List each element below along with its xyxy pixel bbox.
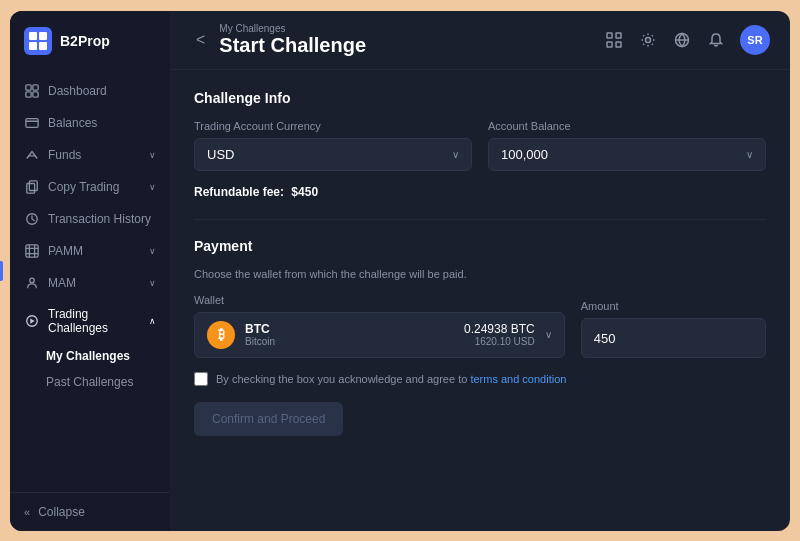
terms-text: By checking the box you acknowledge and … [216,373,566,385]
challenges-sub-nav: My Challenges Past Challenges [10,343,170,395]
logo-icon [24,27,52,55]
settings-icon[interactable] [638,30,658,50]
wallet-label: Wallet [194,294,565,306]
sidebar-item-pamm[interactable]: PAMM ∨ [10,235,170,267]
confirm-button[interactable]: Confirm and Proceed [194,402,343,436]
currency-chevron-icon: ∨ [452,149,459,160]
wallet-details: BTC Bitcoin [245,322,275,347]
svg-rect-17 [607,33,612,38]
terms-link[interactable]: terms and condition [470,373,566,385]
refundable-label: Refundable fee: [194,185,284,199]
topbar: < My Challenges Start Challenge [170,11,790,70]
collapse-label: Collapse [38,505,85,519]
sidebar-item-history-label: Transaction History [48,212,151,226]
svg-rect-19 [607,42,612,47]
sidebar-item-funds-label: Funds [48,148,81,162]
balance-select[interactable]: 100,000 ∨ [488,138,766,171]
avatar[interactable]: SR [740,25,770,55]
sidebar-item-mam[interactable]: MAM ∨ [10,267,170,299]
terms-checkbox[interactable] [194,372,208,386]
wallet-info: ₿ BTC Bitcoin [207,321,275,349]
copy-chevron-icon: ∨ [149,182,156,192]
sidebar-item-funds[interactable]: Funds ∨ [10,139,170,171]
breadcrumb: My Challenges [219,23,366,34]
svg-rect-0 [26,84,31,89]
logo-text: B2Prop [60,33,110,49]
svg-rect-3 [33,91,38,96]
funds-chevron-icon: ∨ [149,150,156,160]
wallet-amounts: 0.24938 BTC 1620.10 USD [464,322,535,347]
sidebar: B2Prop Dashboard Bal [10,11,170,531]
section-divider [194,219,766,220]
topbar-left: < My Challenges Start Challenge [190,23,366,57]
back-button[interactable]: < [190,29,211,51]
terms-row: By checking the box you acknowledge and … [194,372,766,386]
sidebar-item-copy-trading[interactable]: Copy Trading ∨ [10,171,170,203]
sidebar-item-balances-label: Balances [48,116,97,130]
dashboard-icon [24,83,40,99]
wallet-group: Wallet ₿ BTC Bitcoin 0.24938 BTC [194,294,565,358]
currency-label: Trading Account Currency [194,120,472,132]
collapse-button[interactable]: « Collapse [24,505,156,519]
currency-value: USD [207,147,234,162]
svg-rect-18 [616,33,621,38]
globe-icon[interactable] [672,30,692,50]
balance-chevron-icon: ∨ [746,149,753,160]
btc-icon: ₿ [207,321,235,349]
sidebar-item-balances[interactable]: Balances [10,107,170,139]
mam-chevron-icon: ∨ [149,278,156,288]
amount-input[interactable] [594,331,753,346]
svg-rect-20 [616,42,621,47]
funds-icon [24,147,40,163]
pamm-chevron-icon: ∨ [149,246,156,256]
challenges-chevron-icon: ∧ [149,316,156,326]
svg-rect-10 [26,244,38,256]
collapse-chevron-icon: « [24,506,30,518]
sidebar-item-past-challenges[interactable]: Past Challenges [10,369,170,395]
copy-icon [24,179,40,195]
sidebar-item-mam-label: MAM [48,276,76,290]
refundable-value: $450 [291,185,318,199]
sidebar-item-my-challenges[interactable]: My Challenges [10,343,170,369]
sidebar-nav: Dashboard Balances Funds ∨ [10,71,170,492]
main-content: < My Challenges Start Challenge [170,11,790,531]
challenge-info-title: Challenge Info [194,90,766,106]
amount-input-wrap [581,318,766,358]
svg-rect-2 [26,91,31,96]
topbar-actions: SR [604,25,770,55]
svg-rect-7 [29,180,37,190]
terms-label: By checking the box you acknowledge and … [216,373,467,385]
sidebar-item-trading-challenges[interactable]: Trading Challenges ∧ [10,299,170,343]
balance-value: 100,000 [501,147,548,162]
sidebar-item-challenges-label: Trading Challenges [48,307,141,335]
wallet-amount-row: Wallet ₿ BTC Bitcoin 0.24938 BTC [194,294,766,358]
sidebar-item-pamm-label: PAMM [48,244,83,258]
svg-point-21 [646,37,651,42]
balance-label: Account Balance [488,120,766,132]
wallet-full-name: Bitcoin [245,336,275,347]
btc-amount: 0.24938 BTC [464,322,535,336]
wallet-name: BTC [245,322,275,336]
sidebar-footer: « Collapse [10,492,170,531]
balance-group: Account Balance 100,000 ∨ [488,120,766,171]
logo[interactable]: B2Prop [10,11,170,71]
sidebar-item-copy-trading-label: Copy Trading [48,180,119,194]
balances-icon [24,115,40,131]
app-container: B2Prop Dashboard Bal [10,11,790,531]
wallet-select[interactable]: ₿ BTC Bitcoin 0.24938 BTC 1620.10 USD [194,312,565,358]
sidebar-item-transaction-history[interactable]: Transaction History [10,203,170,235]
sidebar-item-dashboard-label: Dashboard [48,84,107,98]
usd-amount: 1620.10 USD [464,336,535,347]
grid-icon[interactable] [604,30,624,50]
history-icon [24,211,40,227]
wallet-chevron-icon: ∨ [545,329,552,340]
pamm-icon [24,243,40,259]
currency-select[interactable]: USD ∨ [194,138,472,171]
amount-group: Amount [581,300,766,358]
amount-label: Amount [581,300,766,312]
currency-balance-row: Trading Account Currency USD ∨ Account B… [194,120,766,171]
bell-icon[interactable] [706,30,726,50]
svg-rect-1 [33,84,38,89]
sidebar-item-dashboard[interactable]: Dashboard [10,75,170,107]
svg-point-15 [30,278,34,282]
